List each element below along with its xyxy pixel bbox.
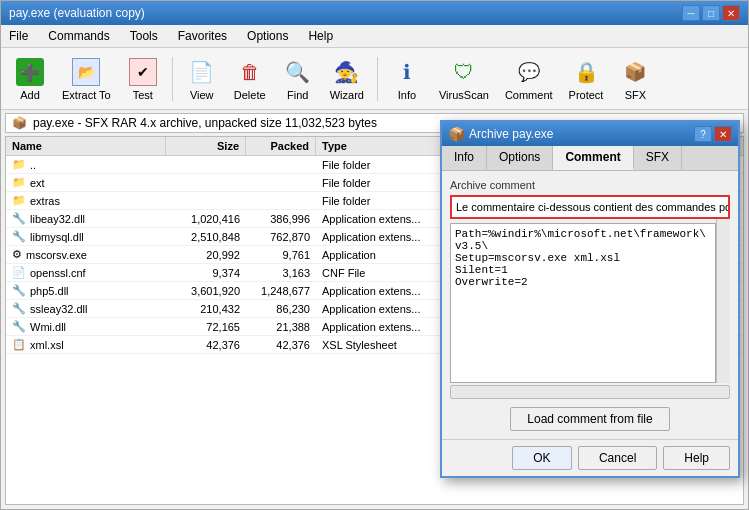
test-button[interactable]: ✔ Test <box>120 52 166 105</box>
comment-first-line[interactable]: Le commentaire ci-dessous contient des c… <box>450 195 730 219</box>
dialog-controls: ? ✕ <box>694 126 732 142</box>
tab-comment[interactable]: Comment <box>553 146 633 170</box>
horizontal-scrollbar[interactable] <box>450 385 730 399</box>
dialog-close-button[interactable]: ✕ <box>714 126 732 142</box>
menu-commands[interactable]: Commands <box>44 27 113 45</box>
file-size: 20,992 <box>166 247 246 263</box>
protect-button[interactable]: 🔒 Protect <box>562 52 611 105</box>
virusscan-button[interactable]: 🛡 VirusScan <box>432 52 496 105</box>
comment-textarea[interactable]: Path=%windir%\microsoft.net\framework\v3… <box>450 223 716 383</box>
file-size: 42,376 <box>166 337 246 353</box>
delete-button[interactable]: 🗑 Delete <box>227 52 273 105</box>
tab-info[interactable]: Info <box>442 146 487 170</box>
file-name: openssl.cnf <box>30 267 86 279</box>
test-icon: ✔ <box>127 56 159 88</box>
sfx-icon: 📦 <box>619 56 651 88</box>
archive-dialog[interactable]: 📦 Archive pay.exe ? ✕ Info Options Comme… <box>440 120 740 478</box>
view-button[interactable]: 📄 View <box>179 52 225 105</box>
extract-to-label: Extract To <box>62 89 111 101</box>
file-type: File folder <box>316 175 446 191</box>
file-packed: 21,388 <box>246 319 316 335</box>
h-scroll-area <box>450 385 730 399</box>
menu-help[interactable]: Help <box>304 27 337 45</box>
file-size: 9,374 <box>166 265 246 281</box>
dialog-help-icon[interactable]: ? <box>694 126 712 142</box>
file-name: ssleay32.dll <box>30 303 87 315</box>
virusscan-icon: 🛡 <box>448 56 480 88</box>
file-type: Application extens... <box>316 211 446 227</box>
wizard-button[interactable]: 🧙 Wizard <box>323 52 371 105</box>
file-name: libeay32.dll <box>30 213 85 225</box>
file-type: CNF File <box>316 265 446 281</box>
virusscan-label: VirusScan <box>439 89 489 101</box>
tab-sfx[interactable]: SFX <box>634 146 682 170</box>
cancel-button[interactable]: Cancel <box>578 446 657 470</box>
menu-tools[interactable]: Tools <box>126 27 162 45</box>
file-name: mscorsv.exe <box>26 249 87 261</box>
file-size <box>166 181 246 185</box>
help-button[interactable]: Help <box>663 446 730 470</box>
sfx-label: SFX <box>625 89 646 101</box>
menu-file[interactable]: File <box>5 27 32 45</box>
ok-button[interactable]: OK <box>512 446 572 470</box>
col-header-size[interactable]: Size <box>166 137 246 155</box>
toolbar-sep-2 <box>377 57 378 101</box>
file-size: 2,510,848 <box>166 229 246 245</box>
col-header-packed[interactable]: Packed <box>246 137 316 155</box>
address-text: pay.exe - SFX RAR 4.x archive, unpacked … <box>33 116 377 130</box>
col-header-type[interactable]: Type <box>316 137 446 155</box>
info-button[interactable]: ℹ Info <box>384 52 430 105</box>
dialog-tabs: Info Options Comment SFX <box>442 146 738 171</box>
menu-bar: File Commands Tools Favorites Options He… <box>1 25 748 48</box>
file-type: Application extens... <box>316 319 446 335</box>
dialog-body: Archive comment Le commentaire ci-dessou… <box>442 171 738 439</box>
file-type: Application extens... <box>316 283 446 299</box>
file-icon: 🔧 <box>12 302 26 315</box>
file-icon: 🔧 <box>12 320 26 333</box>
file-type: Application <box>316 247 446 263</box>
file-packed: 86,230 <box>246 301 316 317</box>
load-comment-button[interactable]: Load comment from file <box>510 407 669 431</box>
protect-label: Protect <box>569 89 604 101</box>
file-type: Application extens... <box>316 229 446 245</box>
title-bar: pay.exe (evaluation copy) ─ □ ✕ <box>1 1 748 25</box>
find-icon: 🔍 <box>282 56 314 88</box>
file-icon: ⚙ <box>12 248 22 261</box>
find-button[interactable]: 🔍 Find <box>275 52 321 105</box>
add-icon: ➕ <box>14 56 46 88</box>
col-header-name[interactable]: Name <box>6 137 166 155</box>
delete-icon: 🗑 <box>234 56 266 88</box>
file-packed: 386,996 <box>246 211 316 227</box>
textarea-scrollbar[interactable] <box>716 219 730 383</box>
info-icon: ℹ <box>391 56 423 88</box>
file-type: File folder <box>316 193 446 209</box>
textarea-container: Path=%windir%\microsoft.net\framework\v3… <box>450 219 730 383</box>
file-size: 210,432 <box>166 301 246 317</box>
file-packed: 3,163 <box>246 265 316 281</box>
file-packed: 42,376 <box>246 337 316 353</box>
close-button[interactable]: ✕ <box>722 5 740 21</box>
file-size <box>166 163 246 167</box>
file-type: Application extens... <box>316 301 446 317</box>
file-name: .. <box>30 159 36 171</box>
dialog-title-bar: 📦 Archive pay.exe ? ✕ <box>442 122 738 146</box>
title-bar-controls: ─ □ ✕ <box>682 5 740 21</box>
dialog-title-icon: 📦 <box>448 126 465 142</box>
menu-options[interactable]: Options <box>243 27 292 45</box>
tab-options[interactable]: Options <box>487 146 553 170</box>
extract-to-button[interactable]: 📂 Extract To <box>55 52 118 105</box>
sfx-button[interactable]: 📦 SFX <box>612 52 658 105</box>
menu-favorites[interactable]: Favorites <box>174 27 231 45</box>
file-icon: 🔧 <box>12 284 26 297</box>
comment-button[interactable]: 💬 Comment <box>498 52 560 105</box>
dialog-title-label: Archive pay.exe <box>469 127 554 141</box>
view-icon: 📄 <box>186 56 218 88</box>
minimize-button[interactable]: ─ <box>682 5 700 21</box>
add-button[interactable]: ➕ Add <box>7 52 53 105</box>
delete-label: Delete <box>234 89 266 101</box>
maximize-button[interactable]: □ <box>702 5 720 21</box>
info-label: Info <box>398 89 416 101</box>
file-packed <box>246 181 316 185</box>
comment-label: Comment <box>505 89 553 101</box>
file-size: 1,020,416 <box>166 211 246 227</box>
